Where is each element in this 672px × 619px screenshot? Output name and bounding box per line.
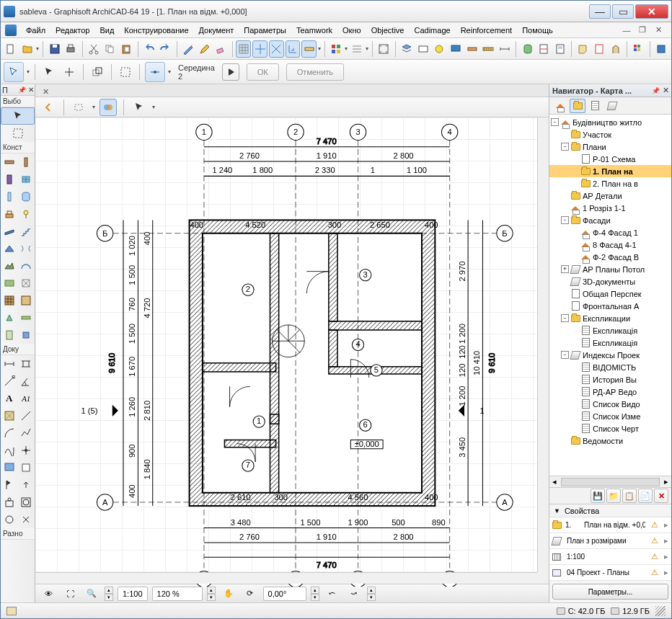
- pattern-icon[interactable]: [631, 40, 646, 58]
- tree-row[interactable]: Експликація: [549, 337, 671, 349]
- radial-dim-tool[interactable]: [1, 373, 18, 390]
- worksheet-tool[interactable]: [18, 326, 35, 344]
- pdf-icon[interactable]: [592, 40, 607, 58]
- paste-icon[interactable]: [119, 40, 134, 58]
- floor-plan-drawing[interactable]: 7 470 7 470 9 610: [35, 117, 549, 587]
- tree-expander[interactable]: -: [561, 216, 569, 224]
- curtain-tool[interactable]: [18, 240, 35, 257]
- tree-expander[interactable]: -: [561, 143, 569, 151]
- layer-settings-icon[interactable]: [399, 40, 415, 58]
- menu-конструирование[interactable]: Конструирование: [119, 25, 193, 36]
- sections-icon[interactable]: [536, 40, 552, 58]
- database-icon[interactable]: [520, 40, 535, 58]
- nav-new-icon[interactable]: 📄: [638, 489, 653, 503]
- change-tool[interactable]: [18, 511, 35, 528]
- pan-icon[interactable]: ✋: [220, 585, 237, 602]
- level-dim-tool[interactable]: [18, 355, 35, 373]
- clone-icon[interactable]: [89, 63, 106, 81]
- menu-документ[interactable]: Документ: [194, 25, 239, 36]
- tree-row[interactable]: 8 Фасад 4-1: [549, 239, 671, 251]
- tree-row[interactable]: История Вы: [549, 373, 671, 386]
- nav-h-scrollbar[interactable]: ◂▸: [549, 476, 671, 487]
- properties-header[interactable]: ▼Свойства: [549, 504, 671, 517]
- door-tool[interactable]: [1, 171, 18, 188]
- prop-more-icon[interactable]: ▸: [661, 568, 671, 577]
- interior-elev-tool[interactable]: [1, 494, 18, 511]
- snap-grid-icon[interactable]: [236, 40, 251, 58]
- tree-row[interactable]: Общая Перспек: [549, 288, 671, 300]
- prop-input[interactable]: [565, 537, 647, 545]
- tree-row[interactable]: -Фасади: [549, 214, 671, 226]
- vertical-scrollbar[interactable]: [537, 117, 549, 572]
- cursor-small-icon[interactable]: [40, 63, 58, 81]
- snap-intersect-icon[interactable]: [269, 40, 284, 58]
- props-row[interactable]: ⚠▸: [549, 565, 671, 581]
- column-tool[interactable]: [18, 153, 35, 171]
- spline-tool[interactable]: [1, 442, 18, 459]
- trace-back-icon[interactable]: [40, 99, 57, 116]
- tree-row[interactable]: АР Детали: [549, 190, 671, 202]
- nav-spinner[interactable]: ▴▾: [367, 587, 376, 601]
- orbit-icon[interactable]: ⟳: [242, 585, 259, 602]
- roof-tool[interactable]: [1, 240, 18, 257]
- scale-field[interactable]: 1:100: [118, 587, 148, 601]
- figure-tool[interactable]: [1, 459, 18, 476]
- tree-row[interactable]: Ведомости: [549, 435, 671, 447]
- quick-select-icon[interactable]: [100, 99, 117, 116]
- tree-expander[interactable]: -: [551, 118, 559, 126]
- nav-close-icon[interactable]: ✕: [663, 86, 669, 95]
- snap-guides-icon[interactable]: [252, 40, 268, 58]
- new-icon[interactable]: [4, 40, 19, 58]
- prop-input[interactable]: [583, 521, 647, 529]
- play-icon[interactable]: [222, 63, 239, 81]
- prop-more-icon[interactable]: ▸: [661, 536, 671, 545]
- save-icon[interactable]: [47, 40, 62, 58]
- hatch-tool[interactable]: [1, 292, 18, 309]
- menu-параметры[interactable]: Параметры: [239, 25, 291, 36]
- tree-expander[interactable]: -: [561, 314, 569, 322]
- fill-tool[interactable]: [18, 292, 35, 309]
- beam-tool[interactable]: [1, 188, 18, 205]
- tree-expander[interactable]: +: [561, 265, 569, 273]
- tree-expander[interactable]: -: [561, 351, 569, 359]
- menu-reinforcement[interactable]: Reinforcement: [456, 25, 518, 36]
- snap-perpendicular-icon[interactable]: [286, 40, 301, 58]
- prop-more-icon[interactable]: ▸: [661, 552, 671, 561]
- detail-tool[interactable]: [1, 511, 18, 528]
- cancel-button[interactable]: Отменить: [286, 63, 344, 81]
- hotlink-tool[interactable]: [18, 309, 35, 326]
- line-tool[interactable]: [18, 407, 35, 424]
- menu-вид[interactable]: Вид: [94, 25, 119, 36]
- elevation-tool[interactable]: [18, 476, 35, 494]
- angle-spinner[interactable]: ▴▾: [311, 587, 319, 601]
- mesh-tool[interactable]: [1, 257, 18, 275]
- menu-файл[interactable]: Файл: [21, 25, 50, 36]
- open-icon[interactable]: [20, 40, 35, 58]
- tree-row[interactable]: 1. План на: [549, 165, 671, 177]
- mdi-close[interactable]: ✕: [653, 25, 664, 35]
- minimize-button[interactable]: —: [589, 4, 611, 19]
- morph-tool[interactable]: [1, 309, 18, 326]
- shell-tool[interactable]: [18, 257, 35, 275]
- cursor-cross-icon[interactable]: [61, 63, 78, 81]
- zoom-fit-icon[interactable]: ⛶: [61, 585, 79, 602]
- prop-input[interactable]: [565, 569, 647, 576]
- dimension-tool[interactable]: [1, 355, 18, 373]
- toolbox-close-icon[interactable]: ✕: [28, 86, 34, 94]
- tree-row[interactable]: Участок: [549, 128, 671, 141]
- nav-pin-icon[interactable]: 📌: [652, 87, 660, 94]
- tree-row[interactable]: Список Черт: [549, 422, 671, 435]
- tree-row[interactable]: ВІДОМІСТЬ: [549, 361, 671, 373]
- view-eye-icon[interactable]: 👁: [40, 585, 57, 602]
- tree-row[interactable]: -Будівництво житло: [549, 116, 671, 128]
- maximize-button[interactable]: ▭: [612, 4, 634, 19]
- nav-project-map-icon[interactable]: [552, 99, 568, 113]
- menu-objective[interactable]: Objective: [366, 25, 410, 36]
- object-tool[interactable]: [1, 205, 18, 223]
- text-tool[interactable]: A: [1, 390, 18, 407]
- tree-row[interactable]: -Експликации: [549, 312, 671, 324]
- worksheet2-tool[interactable]: [18, 494, 35, 511]
- floor-icon[interactable]: [349, 40, 364, 58]
- beam-icon[interactable]: [464, 40, 479, 58]
- print-icon[interactable]: [63, 40, 79, 58]
